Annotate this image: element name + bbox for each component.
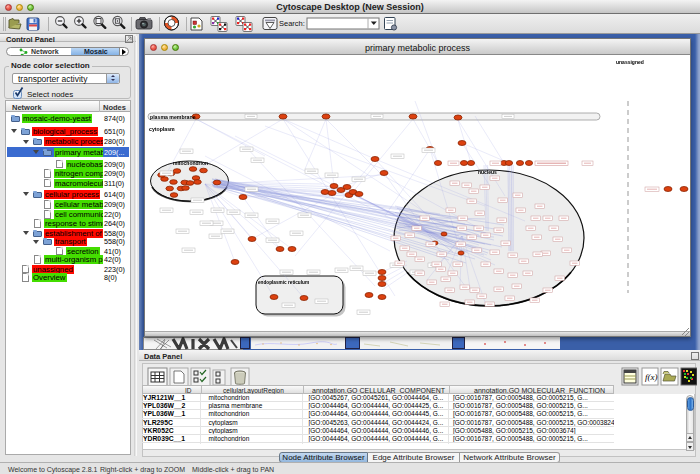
svg-text:cytoplasm: cytoplasm bbox=[149, 126, 175, 132]
svg-text:endoplasmic reticulum: endoplasmic reticulum bbox=[258, 280, 309, 285]
svg-text:plasma membrane: plasma membrane bbox=[150, 114, 196, 120]
svg-text:unassigned: unassigned bbox=[616, 59, 644, 65]
svg-text:nucleus: nucleus bbox=[478, 169, 497, 175]
svg-text:f(x): f(x) bbox=[645, 372, 658, 382]
svg-text:Search:: Search: bbox=[279, 19, 305, 28]
svg-text:mitochondrion: mitochondrion bbox=[173, 160, 208, 166]
